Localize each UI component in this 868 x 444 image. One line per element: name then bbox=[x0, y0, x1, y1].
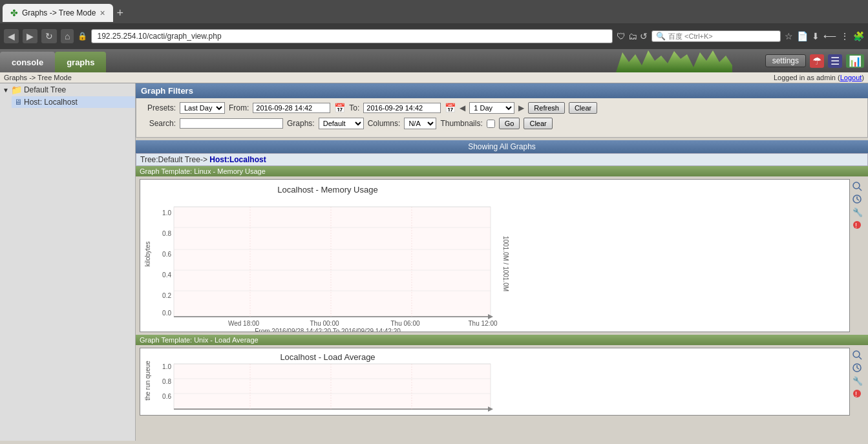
settings-button[interactable]: settings bbox=[765, 54, 806, 67]
graph1-date-range: From 2016/09/28 14:42:20 To 2016/09/29 1… bbox=[255, 328, 401, 332]
presets-select[interactable]: Last Day bbox=[180, 102, 225, 114]
extensions-icon[interactable]: 🧩 bbox=[853, 31, 864, 41]
graph1-alert-icon[interactable]: ! bbox=[851, 219, 863, 231]
svg-text:!: ! bbox=[855, 390, 857, 398]
back-history-icon[interactable]: ⟵ bbox=[823, 31, 836, 41]
sidebar-item-default-tree[interactable]: ▼ 📁 Default Tree bbox=[0, 83, 135, 96]
tree-prefix: Tree: bbox=[140, 155, 158, 164]
graph2-container: Localhost - Load Average the run queue 1… bbox=[136, 345, 868, 418]
graph-filters-header: Graph Filters bbox=[136, 83, 868, 98]
bookmark-star-icon[interactable]: ☆ bbox=[785, 31, 793, 41]
clear2-button[interactable]: Clear bbox=[524, 118, 552, 129]
fingerprint-icon[interactable]: 🗂 bbox=[628, 31, 637, 41]
thumbnails-checkbox[interactable] bbox=[487, 120, 495, 128]
graph1-x-1: Wed 18:00 bbox=[228, 320, 260, 327]
graph2-alert-icon[interactable]: ! bbox=[851, 388, 863, 399]
graph2-y-10: 1.0 bbox=[162, 363, 171, 370]
graph2-area: Localhost - Load Average the run queue 1… bbox=[140, 348, 850, 416]
reader-mode-icon[interactable]: 📄 bbox=[797, 31, 808, 41]
from-date-input[interactable] bbox=[253, 103, 330, 113]
host-prefix: Host: bbox=[209, 155, 229, 164]
timespan-select[interactable]: 1 Day bbox=[469, 102, 514, 114]
graph1-title: Localhost - Memory Usage bbox=[277, 185, 377, 195]
tree-name: Default Tree bbox=[158, 155, 200, 164]
graph1-y-10: 1.0 bbox=[162, 209, 171, 217]
filters-panel: Presets: Last Day From: 📅 To: 📅 ◀ 1 Day … bbox=[136, 98, 868, 138]
refresh-button[interactable]: Refresh bbox=[528, 102, 565, 114]
breadcrumb-path: Graphs -> Tree Mode bbox=[4, 74, 72, 81]
columns-select[interactable]: N/A bbox=[404, 118, 436, 129]
forward-button[interactable]: ▶ bbox=[23, 29, 37, 43]
columns-label: Columns: bbox=[368, 119, 401, 128]
svg-line-2 bbox=[859, 188, 862, 191]
console-tab[interactable]: console bbox=[0, 52, 55, 72]
graph1-template-label: Graph Template: Linux - Memory Usage bbox=[136, 166, 868, 176]
overflow-icon[interactable]: ⋮ bbox=[840, 31, 849, 41]
browser-search-input[interactable] bbox=[668, 32, 772, 40]
presets-label: Presets: bbox=[140, 103, 176, 112]
address-input[interactable] bbox=[91, 29, 613, 43]
search-glass-icon: 🔍 bbox=[656, 32, 666, 41]
refresh-page-button[interactable]: ↻ bbox=[41, 29, 57, 43]
thumbnails-label: Thumbnails: bbox=[440, 119, 482, 128]
browser-tab[interactable]: ✤ Graphs -> Tree Mode × bbox=[3, 4, 113, 22]
breadcrumb-bar: Graphs -> Tree Mode Logged in as admin (… bbox=[0, 72, 868, 83]
logged-in-info: Logged in as admin (Logout) bbox=[774, 74, 864, 81]
to-label: To: bbox=[349, 103, 359, 112]
graph2-template-label: Graph Template: Unix - Load Average bbox=[136, 335, 868, 345]
graphs-tab[interactable]: graphs bbox=[55, 52, 106, 72]
search-input[interactable] bbox=[180, 118, 283, 129]
graph2-y-06: 0.6 bbox=[162, 393, 171, 400]
host-name: Localhost bbox=[229, 155, 266, 164]
back-button[interactable]: ◀ bbox=[4, 29, 19, 43]
lock-icon: 🔒 bbox=[78, 32, 87, 41]
graph1-x-3: Thu 06:00 bbox=[390, 320, 419, 327]
from-calendar-icon[interactable]: 📅 bbox=[334, 103, 345, 113]
prev-timespan-icon[interactable]: ◀ bbox=[460, 103, 465, 112]
new-tab-button[interactable]: + bbox=[117, 6, 124, 20]
to-calendar-icon[interactable]: 📅 bbox=[445, 103, 456, 113]
graph1-y-06: 0.6 bbox=[162, 251, 171, 258]
graph1-area: Localhost - Memory Usage kilobytes 1.0 0… bbox=[140, 179, 850, 332]
graph1-wrench-icon[interactable]: 🔧 bbox=[851, 206, 863, 218]
graph1-icons: 🔧 ! bbox=[850, 179, 864, 332]
umbrella-icon[interactable]: ☂ bbox=[810, 54, 824, 68]
graphs-select[interactable]: Default bbox=[319, 118, 364, 129]
search-label: Search: bbox=[140, 119, 176, 128]
graph2-clock-icon[interactable] bbox=[851, 362, 863, 374]
svg-point-1 bbox=[853, 182, 860, 189]
shield-icon[interactable]: 🛡 bbox=[617, 31, 626, 41]
clear-button[interactable]: Clear bbox=[569, 102, 597, 114]
page-reload-icon[interactable]: ↺ bbox=[640, 31, 648, 41]
svg-line-10 bbox=[859, 357, 862, 359]
svg-point-9 bbox=[853, 351, 860, 357]
to-date-input[interactable] bbox=[363, 103, 441, 113]
decorative-spikes bbox=[616, 49, 732, 72]
graph1-x-2: Thu 00:00 bbox=[310, 320, 339, 327]
graph1-y-label: kilobytes bbox=[144, 242, 151, 267]
svg-line-5 bbox=[857, 199, 859, 200]
tab-close-button[interactable]: × bbox=[100, 8, 105, 17]
go-button[interactable]: Go bbox=[499, 118, 520, 129]
host-localhost-label: Host: Localhost bbox=[24, 98, 78, 107]
default-tree-label: Default Tree bbox=[24, 85, 66, 94]
tab-title: Graphs -> Tree Mode bbox=[22, 8, 96, 17]
graph1-y-04: 0.4 bbox=[162, 271, 171, 279]
chart-icon[interactable]: 📊 bbox=[846, 54, 864, 68]
graph1-zoom-icon[interactable] bbox=[851, 180, 863, 192]
graphs-label: Graphs: bbox=[287, 119, 315, 128]
tree-path: Tree:Default Tree-> Host:Localhost bbox=[136, 153, 868, 166]
download-icon[interactable]: ⬇ bbox=[812, 31, 820, 41]
graph2-wrench-icon[interactable]: 🔧 bbox=[851, 375, 863, 386]
graph2-zoom-icon[interactable] bbox=[851, 349, 863, 361]
graphs-tab-label: graphs bbox=[67, 58, 94, 67]
home-button[interactable]: ⌂ bbox=[61, 29, 74, 43]
next-timespan-icon[interactable]: ▶ bbox=[518, 103, 524, 112]
graph1-clock-icon[interactable] bbox=[851, 193, 863, 205]
logout-link[interactable]: Logout bbox=[840, 74, 862, 81]
graph1-svg: Localhost - Memory Usage kilobytes 1.0 0… bbox=[140, 180, 515, 332]
content-area: Graph Filters Presets: Last Day From: 📅 … bbox=[136, 83, 868, 441]
list-icon[interactable]: ☰ bbox=[828, 54, 842, 68]
graph1-x-4: Thu 12:00 bbox=[468, 320, 497, 327]
sidebar-item-host-localhost[interactable]: 🖥 Host: Localhost bbox=[12, 96, 135, 108]
